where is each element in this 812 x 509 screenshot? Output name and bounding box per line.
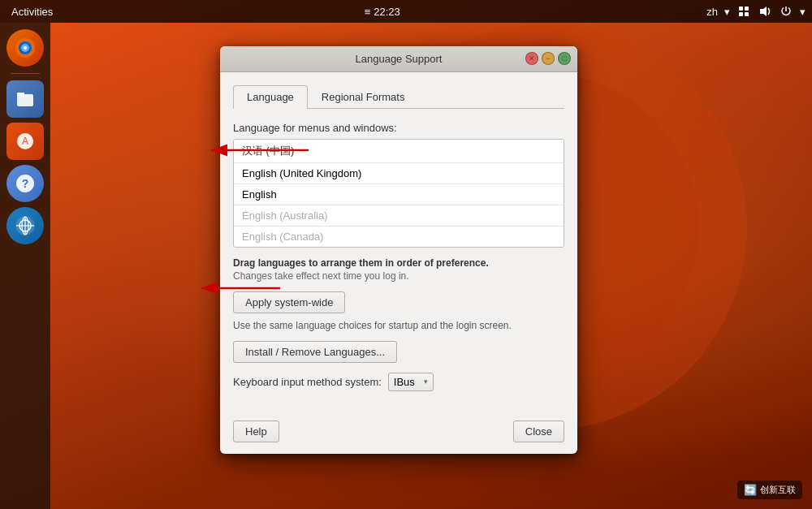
keyboard-method-select[interactable]: IBus fcitx none — [394, 376, 421, 388]
sidebar-item-software[interactable]: A — [6, 123, 44, 160]
dialog-maximize-button[interactable]: □ — [558, 52, 571, 65]
svg-rect-10 — [17, 93, 24, 97]
install-remove-languages-button[interactable]: Install / Remove Languages... — [233, 341, 397, 363]
volume-icon[interactable] — [758, 4, 772, 19]
help-button[interactable]: Help — [233, 421, 279, 442]
drag-hint: Drag languages to arrange them in order … — [233, 257, 564, 269]
sidebar-item-help[interactable]: ? — [6, 165, 44, 202]
svg-rect-1 — [745, 6, 749, 11]
dialog-titlebar: Language Support ✕ − □ — [220, 46, 577, 72]
topbar: Activities ≡ 22:23 zh ▾ — [0, 0, 812, 23]
topbar-left: Activities — [6, 6, 58, 18]
close-button[interactable]: Close — [513, 421, 564, 442]
dialog-bottom-bar: Help Close — [220, 421, 577, 454]
tab-language[interactable]: Language — [233, 85, 308, 109]
sidebar-item-firefox[interactable] — [6, 29, 44, 67]
section-label-languages: Language for menus and windows: — [233, 122, 564, 134]
power-dropdown-icon[interactable]: ▾ — [800, 6, 806, 18]
sidebar-item-browser[interactable] — [6, 207, 44, 244]
network-icon[interactable] — [736, 4, 751, 19]
language-support-dialog: Language Support ✕ − □ Language Regional… — [220, 46, 577, 454]
sidebar-item-files[interactable] — [6, 80, 44, 118]
list-item[interactable]: English — [234, 184, 564, 205]
language-list: 汉语 (中国) English (United Kingdom) English… — [233, 139, 564, 248]
language-indicator[interactable]: zh — [706, 6, 718, 18]
svg-text:?: ? — [22, 177, 29, 190]
tab-regional-formats[interactable]: Regional Formats — [308, 85, 419, 108]
dialog-overlay: Language Support ✕ − □ Language Regional… — [50, 23, 812, 509]
tab-bar: Language Regional Formats — [233, 85, 564, 109]
dialog-close-button[interactable]: ✕ — [525, 52, 538, 65]
sidebar: A ? — [0, 23, 50, 509]
lang-dropdown-icon[interactable]: ▾ — [724, 6, 730, 18]
apply-system-wide-row: Apply system-wide — [233, 291, 564, 313]
svg-rect-0 — [739, 6, 743, 11]
svg-point-8 — [24, 46, 27, 50]
chevron-down-icon: ▾ — [424, 377, 428, 386]
power-icon[interactable] — [779, 4, 793, 19]
list-item[interactable]: English (Canada) — [234, 226, 564, 247]
topbar-right: zh ▾ ▾ — [706, 4, 806, 19]
activities-button[interactable]: Activities — [6, 6, 58, 18]
drag-hint-sub: Changes take effect next time you log in… — [233, 270, 564, 282]
dialog-title: Language Support — [356, 53, 443, 65]
svg-marker-4 — [760, 6, 767, 16]
svg-rect-3 — [745, 12, 749, 16]
menu-icon: ≡ — [365, 6, 371, 18]
apply-system-wide-button[interactable]: Apply system-wide — [233, 291, 345, 313]
svg-rect-2 — [739, 12, 743, 16]
time-display: 22:23 — [374, 6, 400, 18]
keyboard-label: Keyboard input method system: — [233, 376, 382, 388]
list-item[interactable]: 汉语 (中国) — [234, 140, 564, 163]
keyboard-method-select-wrap[interactable]: IBus fcitx none ▾ — [388, 373, 434, 391]
dialog-content: Language Regional Formats Language for m… — [220, 72, 577, 421]
install-remove-row: Install / Remove Languages... — [233, 341, 564, 363]
dialog-minimize-button[interactable]: − — [542, 52, 555, 65]
svg-text:A: A — [22, 136, 28, 147]
list-item[interactable]: English (Australia) — [234, 205, 564, 226]
list-item[interactable]: English (United Kingdom) — [234, 163, 564, 184]
sidebar-divider-1 — [11, 73, 40, 74]
keyboard-row: Keyboard input method system: IBus fcitx… — [233, 373, 564, 391]
dialog-window-controls: ✕ − □ — [525, 52, 571, 65]
apply-hint: Use the same language choices for startu… — [233, 320, 564, 331]
topbar-clock[interactable]: ≡ 22:23 — [365, 6, 400, 18]
